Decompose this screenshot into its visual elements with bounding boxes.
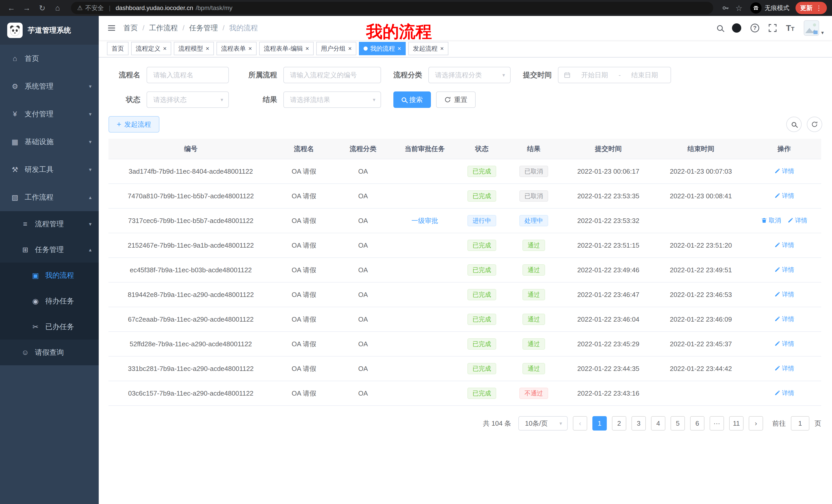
- sidebar-logo[interactable]: 芋道管理系统: [0, 16, 99, 45]
- browser-menu-icon[interactable]: ⋮: [815, 4, 822, 12]
- font-size-icon[interactable]: TT: [786, 23, 795, 33]
- refresh-table-button[interactable]: [807, 117, 822, 132]
- breadcrumb-separator: /: [223, 24, 225, 32]
- fullscreen-icon[interactable]: [769, 24, 777, 32]
- cell-result: 通过: [505, 314, 562, 325]
- password-key-icon[interactable]: [721, 4, 731, 12]
- reload-icon[interactable]: ↻: [36, 4, 48, 12]
- reset-button[interactable]: 重置: [436, 91, 476, 108]
- result-select[interactable]: 请选择流结果 ▾: [283, 91, 381, 108]
- payment-icon: ¥: [9, 110, 21, 118]
- prev-page-button[interactable]: ‹: [573, 416, 587, 430]
- browser-home-icon[interactable]: ⌂: [51, 4, 64, 12]
- sidebar-item-leave-query[interactable]: ☺请假查询: [0, 340, 99, 365]
- tab-close-icon[interactable]: ×: [163, 46, 166, 52]
- page-button[interactable]: 4: [651, 416, 666, 430]
- breadcrumb: 首页/工作流程/任务管理/我的流程: [123, 23, 258, 33]
- tab-item[interactable]: 流程表单×: [216, 42, 257, 55]
- tab-close-icon[interactable]: ×: [397, 46, 401, 52]
- search-icon[interactable]: [717, 25, 723, 31]
- detail-action-link[interactable]: 详情: [774, 265, 794, 274]
- sidebar-item-process-manage[interactable]: ≡流程管理▾: [0, 211, 99, 237]
- sidebar-item-gear[interactable]: ⚙系统管理▾: [0, 73, 99, 100]
- help-icon[interactable]: ?: [751, 24, 759, 32]
- tab-item[interactable]: 流程模型×: [174, 42, 214, 55]
- sidebar: 芋道管理系统 ⌂首页⚙系统管理▾¥支付管理▾▦基础设施▾⚒研发工具▾▧工作流程▴…: [0, 16, 99, 504]
- tab-label: 用户分组: [321, 45, 345, 53]
- tab-close-icon[interactable]: ×: [440, 46, 444, 52]
- sidebar-item-workflow[interactable]: ▧工作流程▴: [0, 184, 99, 211]
- task-link[interactable]: 一级审批: [411, 217, 438, 225]
- detail-action-link[interactable]: 详情: [774, 290, 794, 299]
- tab-close-icon[interactable]: ×: [249, 46, 252, 52]
- process-name-input[interactable]: [147, 67, 229, 83]
- tab-item[interactable]: 发起流程×: [408, 42, 448, 55]
- sidebar-item-infrastructure[interactable]: ▦基础设施▾: [0, 128, 99, 156]
- detail-action-link[interactable]: 详情: [774, 340, 794, 348]
- tab-active[interactable]: 我的流程×: [359, 42, 406, 55]
- cell-submit-time: 2022-01-22 23:43:16: [562, 389, 655, 397]
- hamburger-icon[interactable]: [107, 23, 116, 33]
- sidebar-item-task-manage[interactable]: ⊞任务管理▴: [0, 237, 99, 262]
- sidebar-item-payment[interactable]: ¥支付管理▾: [0, 100, 99, 128]
- page-button[interactable]: 3: [631, 416, 646, 430]
- back-icon[interactable]: ←: [5, 4, 18, 12]
- detail-action-link[interactable]: 详情: [774, 192, 794, 200]
- cell-status: 已完成: [458, 363, 505, 374]
- owner-process-label: 所属流程: [241, 70, 277, 80]
- breadcrumb-item[interactable]: 工作流程: [149, 23, 178, 33]
- cell-status: 进行中: [458, 215, 505, 226]
- cell-id: 03c6c157-7b9a-11ec-a290-acde48001122: [108, 389, 273, 397]
- page-button[interactable]: 1: [592, 416, 607, 430]
- tab-item[interactable]: 用户分组×: [316, 42, 356, 55]
- tab-close-icon[interactable]: ×: [206, 46, 209, 52]
- detail-action-link[interactable]: 详情: [774, 167, 794, 175]
- github-icon[interactable]: [732, 23, 741, 33]
- detail-action-link[interactable]: 详情: [787, 216, 807, 225]
- sidebar-item-my-process[interactable]: ▣我的流程: [0, 262, 99, 288]
- page-button[interactable]: 11: [729, 416, 744, 430]
- table-row: 3ad174fb-7b9d-11ec-8404-acde48001122OA 请…: [108, 159, 821, 184]
- avatar[interactable]: [804, 20, 819, 36]
- sidebar-item-done-task[interactable]: ✂已办任务: [0, 314, 99, 340]
- column-header: 状态: [458, 144, 505, 153]
- detail-action-link[interactable]: 详情: [774, 364, 794, 372]
- update-button[interactable]: 更新 ⋮: [796, 2, 827, 14]
- action-label: 详情: [795, 216, 807, 225]
- page-ellipsis[interactable]: ···: [710, 416, 724, 430]
- forward-icon[interactable]: →: [21, 4, 33, 12]
- tab-item[interactable]: 流程表单-编辑×: [259, 42, 314, 55]
- bookmark-star-icon[interactable]: ☆: [734, 4, 744, 12]
- toggle-search-button[interactable]: [786, 117, 802, 132]
- category-select[interactable]: 请选择流程分类 ▾: [428, 67, 511, 83]
- detail-action-link[interactable]: 详情: [774, 389, 794, 397]
- date-range-picker[interactable]: 开始日期 - 结束日期: [558, 67, 671, 83]
- breadcrumb-item[interactable]: 首页: [123, 23, 138, 33]
- page-size-select[interactable]: 10条/页 ▾: [518, 416, 568, 430]
- sidebar-item-devtools[interactable]: ⚒研发工具▾: [0, 156, 99, 184]
- status-select[interactable]: 请选择状态 ▾: [147, 91, 229, 108]
- page-button[interactable]: 6: [690, 416, 704, 430]
- cancel-action-link[interactable]: 取消: [761, 216, 781, 225]
- page-button[interactable]: 2: [612, 416, 626, 430]
- sidebar-item-home[interactable]: ⌂首页: [0, 45, 99, 73]
- user-menu[interactable]: ▾: [804, 20, 824, 36]
- breadcrumb-item[interactable]: 任务管理: [189, 23, 218, 33]
- tab-close-icon[interactable]: ×: [348, 46, 352, 52]
- tab-item[interactable]: 流程定义×: [131, 42, 171, 55]
- address-bar[interactable]: ⚠ 不安全 | dashboard.yudao.iocoder.cn/bpm/t…: [71, 2, 713, 14]
- tab-close-icon[interactable]: ×: [306, 46, 309, 52]
- search-button[interactable]: 搜索: [393, 91, 431, 108]
- cell-end-time: 2022-01-22 23:45:37: [655, 340, 747, 348]
- owner-process-input[interactable]: [283, 67, 381, 83]
- create-process-button[interactable]: + 发起流程: [108, 116, 159, 133]
- jump-page-input[interactable]: [791, 416, 809, 430]
- process-name-label: 流程名: [108, 70, 140, 80]
- sidebar-item-todo-task[interactable]: ◉待办任务: [0, 288, 99, 314]
- cell-category: OA: [335, 389, 391, 397]
- next-page-button[interactable]: ›: [749, 416, 763, 430]
- detail-action-link[interactable]: 详情: [774, 315, 794, 323]
- detail-action-link[interactable]: 详情: [774, 241, 794, 249]
- tab-item[interactable]: 首页: [107, 42, 129, 55]
- page-button[interactable]: 5: [671, 416, 685, 430]
